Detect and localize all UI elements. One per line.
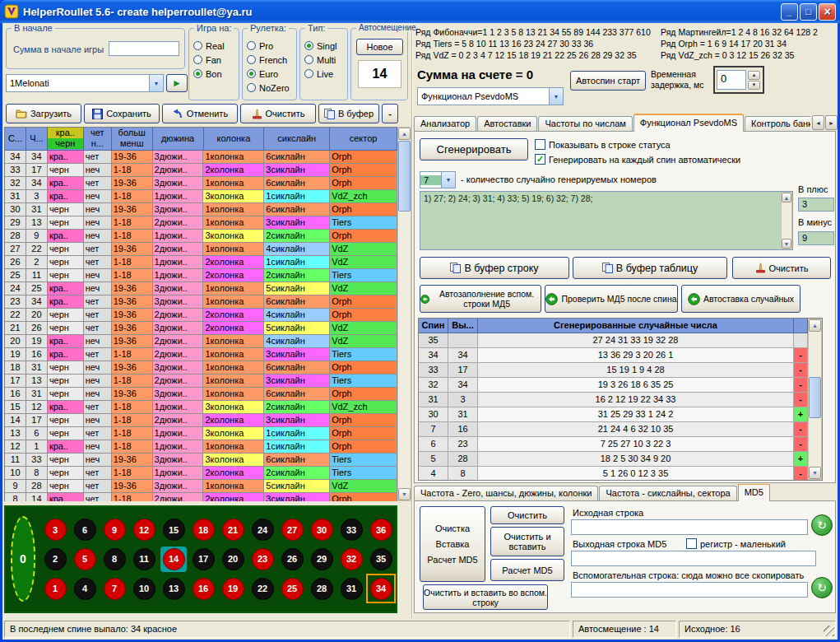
- chevron-down-icon[interactable]: ▼: [441, 172, 455, 188]
- load-button[interactable]: Загрузить: [6, 104, 81, 123]
- resize-grip[interactable]: [824, 626, 834, 636]
- history-row[interactable]: 1631черннеч19-363дюжи..1колонка6сиклайнO…: [5, 388, 397, 401]
- clear-generated-button[interactable]: Очистить: [732, 257, 831, 279]
- board-number-21[interactable]: 21: [220, 517, 246, 543]
- history-row[interactable]: 262чернчет1-181дюжи..2колонка1сиклайнVdZ: [5, 256, 397, 269]
- board-number-25[interactable]: 25: [279, 575, 305, 602]
- history-row[interactable]: 1831черннеч19-363дюжи..1колонка6сиклайнO…: [5, 361, 397, 374]
- board-number-32[interactable]: 32: [338, 547, 364, 573]
- md5-clear-paste-aux-button[interactable]: Очистить и вставить во вспом. строку: [423, 584, 548, 610]
- radio-option-bon[interactable]: Bon: [189, 67, 239, 81]
- minus-button[interactable]: -: [382, 104, 398, 123]
- board-number-22[interactable]: 22: [249, 575, 276, 602]
- checkbox-auto-generate[interactable]: ✓ Генерировать на каждый спин автоматиче…: [535, 154, 740, 165]
- history-row[interactable]: 2913черннеч1-182дюжи..1колонка3сиклайнTi…: [5, 216, 397, 230]
- scroll-up-button[interactable]: ▲: [782, 193, 791, 202]
- gen-row[interactable]: 71621 24 4 6 32 10 35-: [419, 422, 822, 437]
- radio-option-live[interactable]: Live: [300, 67, 347, 81]
- radio-option-singl[interactable]: Singl: [300, 39, 347, 53]
- board-number-30[interactable]: 30: [309, 517, 335, 543]
- board-number-8[interactable]: 8: [101, 547, 128, 573]
- bottom-tab-2[interactable]: MD5: [738, 484, 770, 501]
- start-sum-input[interactable]: [109, 41, 179, 56]
- history-row[interactable]: 3031черннеч19-363дюжи..1колонка6сиклайнO…: [5, 203, 397, 216]
- board-number-4[interactable]: 4: [72, 575, 98, 602]
- board-number-34[interactable]: 34: [368, 575, 394, 602]
- board-number-26[interactable]: 26: [279, 547, 305, 573]
- board-number-16[interactable]: 16: [190, 575, 216, 602]
- history-row[interactable]: 2220чернчет19-362дюжи..2колонка4сиклайнO…: [5, 309, 397, 322]
- tab-scroll-left-button[interactable]: ◄: [812, 115, 824, 130]
- board-number-28[interactable]: 28: [309, 575, 335, 602]
- tab-0[interactable]: Анализатор: [414, 116, 476, 132]
- board-number-24[interactable]: 24: [249, 517, 276, 543]
- history-row[interactable]: 2425кра..неч19-363дюжи..1колонка5сиклайн…: [5, 282, 397, 295]
- board-number-31[interactable]: 31: [338, 575, 364, 602]
- radio-option-pro[interactable]: Pro: [243, 39, 296, 53]
- radio-option-french[interactable]: French: [243, 53, 296, 67]
- check-md5-button[interactable]: Проверить МД5 после спина: [545, 285, 678, 313]
- maximize-button[interactable]: □: [800, 3, 817, 21]
- autofill-md5-button[interactable]: Автозаполнение вспом. строки МД5: [420, 285, 541, 313]
- recycle-source-button[interactable]: ↻: [811, 514, 833, 536]
- generate-button[interactable]: Сгенерировать: [420, 138, 528, 160]
- radio-option-multi[interactable]: Multi: [300, 53, 347, 67]
- tab-scroll-right-button[interactable]: ►: [825, 115, 838, 130]
- play-button[interactable]: ►: [166, 74, 188, 92]
- aux-string-input[interactable]: [571, 582, 808, 598]
- scroll-up-button[interactable]: ▲: [398, 128, 411, 140]
- scroll-down-button[interactable]: ▼: [809, 467, 821, 479]
- board-number-0[interactable]: 0: [11, 516, 35, 602]
- board-number-5[interactable]: 5: [72, 547, 98, 573]
- board-number-2[interactable]: 2: [42, 547, 68, 573]
- close-button[interactable]: ×: [819, 3, 836, 21]
- gen-row[interactable]: 303131 25 29 33 1 24 2+: [419, 407, 822, 422]
- history-row[interactable]: 1916кра..чет1-182дюжи..1колонка3сиклайнT…: [5, 348, 397, 361]
- board-number-13[interactable]: 13: [160, 575, 187, 602]
- chevron-down-icon[interactable]: ▼: [149, 75, 163, 91]
- gen-row[interactable]: 323419 3 26 18 6 35 25-: [419, 378, 822, 393]
- radio-option-euro[interactable]: Euro: [243, 67, 296, 81]
- bottom-tab-0[interactable]: Частота - Zero, шансы, дюжины, колонки: [414, 486, 598, 501]
- history-row[interactable]: 313кра..неч1-181дюжи..3колонка1сиклайнVd…: [5, 190, 397, 203]
- board-number-35[interactable]: 35: [368, 547, 394, 573]
- bottom-tab-1[interactable]: Частота - сикслайны, сектора: [599, 486, 736, 501]
- board-number-36[interactable]: 36: [368, 517, 394, 543]
- radio-option-fan[interactable]: Fan: [189, 53, 239, 67]
- tab-2[interactable]: Частоты по числам: [538, 116, 632, 132]
- undo-button[interactable]: Отменить: [162, 104, 238, 123]
- board-number-10[interactable]: 10: [131, 575, 157, 602]
- radio-option-real[interactable]: Real: [189, 39, 239, 53]
- spin-up-button[interactable]: ▲: [748, 71, 760, 80]
- radio-option-nozero[interactable]: NoZero: [243, 81, 296, 95]
- board-number-14[interactable]: 14: [160, 547, 187, 573]
- genstr-scrollbar[interactable]: ▲ ▼: [781, 192, 792, 249]
- history-row[interactable]: 3434кра..чет19-363дюжи..1колонка6сиклайн…: [5, 151, 397, 164]
- checkbox-icon[interactable]: [686, 538, 697, 549]
- md5-clear-paste-button[interactable]: Очистить и вставить: [490, 527, 564, 556]
- board-number-9[interactable]: 9: [101, 517, 128, 543]
- checkbox-icon[interactable]: ✓: [535, 154, 545, 165]
- history-scrollbar[interactable]: ▲ ▼: [397, 127, 411, 501]
- clear-paste-calc-button[interactable]: Очистка Вставка Расчет MD5: [420, 506, 485, 582]
- autospin-button[interactable]: Автоспин старт: [570, 71, 646, 91]
- board-number-1[interactable]: 1: [42, 575, 68, 602]
- scroll-thumb[interactable]: [398, 141, 411, 212]
- tab-4[interactable]: Контроль банкролл: [745, 116, 810, 132]
- minimize-button[interactable]: _: [781, 3, 798, 21]
- checkbox-icon[interactable]: [535, 139, 545, 150]
- history-row[interactable]: 1713черннеч1-182дюжи..1колонка3сиклайнTi…: [5, 374, 397, 388]
- delay-value[interactable]: 0: [717, 70, 746, 90]
- board-number-6[interactable]: 6: [72, 517, 98, 543]
- new-autoshift-button[interactable]: Новое: [356, 39, 403, 55]
- checkbox-show-status[interactable]: Показывать в строке статуса: [535, 139, 671, 150]
- gen-row[interactable]: 343413 36 29 3 20 26 1-: [419, 348, 822, 363]
- spin-down-button[interactable]: ▼: [748, 81, 760, 90]
- board-number-12[interactable]: 12: [131, 517, 157, 543]
- history-row[interactable]: 2126чернчет19-363дюжи..2колонка5сиклайнV…: [5, 322, 397, 335]
- scroll-down-button[interactable]: ▼: [398, 488, 411, 500]
- history-row[interactable]: 2722чернчет19-362дюжи..1колонка4сиклайнV…: [5, 243, 397, 256]
- board-number-20[interactable]: 20: [220, 547, 246, 573]
- history-row[interactable]: 136чернчет1-181дюжи..3колонка1сиклайнOrp…: [5, 427, 397, 440]
- scroll-thumb[interactable]: [809, 377, 821, 418]
